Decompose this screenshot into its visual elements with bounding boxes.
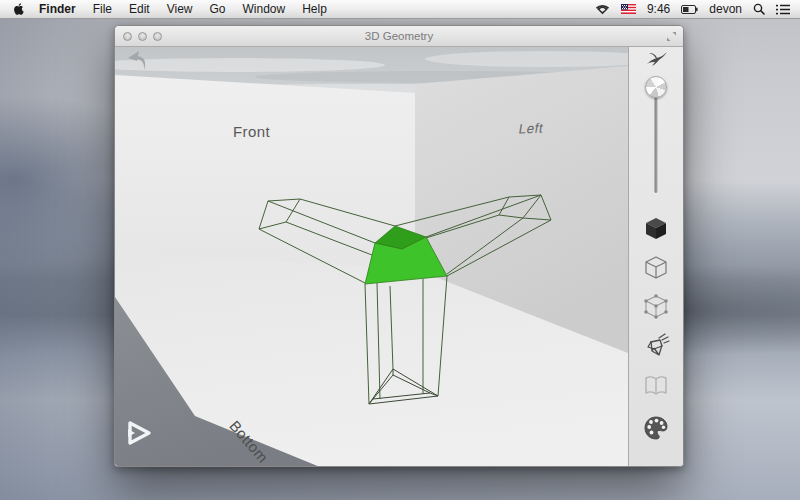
window-title: 3D Geometry	[115, 30, 683, 42]
zoom-slider-knob[interactable]	[645, 76, 667, 98]
user-menu[interactable]: devon	[709, 2, 742, 16]
undo-arrow-icon[interactable]	[124, 49, 150, 73]
menu-bar: Finder File Edit View Go Window Help 9:4…	[0, 0, 800, 19]
bird-swoop-icon[interactable]	[644, 49, 668, 69]
notification-list-icon[interactable]	[776, 4, 790, 15]
menu-finder[interactable]: Finder	[39, 2, 76, 16]
wall-front[interactable]	[115, 75, 415, 269]
spotlight-search-icon[interactable]	[753, 3, 765, 15]
clock[interactable]: 9:46	[647, 2, 670, 16]
label-left: Left	[518, 121, 545, 137]
explode-cube-icon[interactable]	[642, 332, 670, 359]
handbook-icon[interactable]	[643, 375, 669, 397]
zoom-button[interactable]	[153, 32, 162, 41]
minimize-button[interactable]	[138, 32, 147, 41]
close-button[interactable]	[123, 32, 132, 41]
vertex-cube-icon[interactable]	[643, 293, 669, 319]
menu-view[interactable]: View	[167, 2, 193, 16]
desktop-wallpaper: Finder File Edit View Go Window Help 9:4…	[0, 0, 800, 500]
app-window-3d-geometry: 3D Geometry	[114, 25, 684, 467]
palette-icon[interactable]	[643, 415, 669, 441]
menu-file[interactable]: File	[93, 2, 112, 16]
us-flag-icon[interactable]	[621, 4, 636, 14]
menu-edit[interactable]: Edit	[129, 2, 150, 16]
label-front: Front	[233, 123, 270, 140]
apple-logo-icon	[13, 2, 26, 16]
menu-go[interactable]: Go	[210, 2, 226, 16]
next-step-icon[interactable]	[123, 419, 155, 447]
battery-icon[interactable]	[681, 5, 698, 14]
scene-svg	[115, 47, 628, 467]
tool-sidebar	[628, 47, 683, 467]
wifi-icon[interactable]	[595, 4, 610, 15]
fullscreen-icon[interactable]	[666, 31, 677, 42]
menu-help[interactable]: Help	[302, 2, 327, 16]
zoom-slider-track[interactable]	[655, 85, 658, 193]
geometry-viewport[interactable]: Front Left Bottom	[115, 47, 628, 467]
apple-menu-icon[interactable]	[13, 2, 26, 16]
solid-cube-icon[interactable]	[643, 215, 669, 241]
menu-window[interactable]: Window	[243, 2, 286, 16]
title-bar: 3D Geometry	[115, 26, 683, 47]
wireframe-cube-icon[interactable]	[643, 254, 669, 280]
